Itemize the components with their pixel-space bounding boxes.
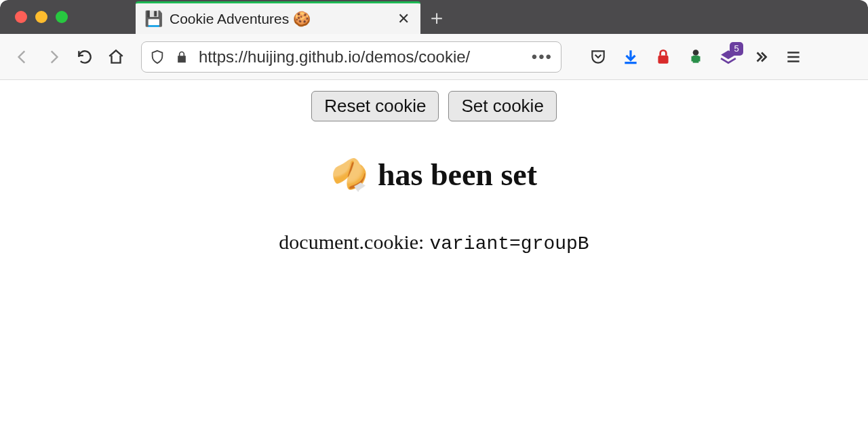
home-button[interactable] bbox=[106, 47, 126, 67]
browser-tab[interactable]: 💾 Cookie Adventures 🍪 ✕ bbox=[136, 1, 420, 34]
page-content: Reset cookie Set cookie 🥠 has been set d… bbox=[0, 80, 868, 428]
tab-favicon-icon: 💾 bbox=[145, 11, 161, 27]
window-maximize-button[interactable] bbox=[56, 11, 68, 23]
downloads-icon[interactable] bbox=[621, 47, 640, 66]
browser-toolbar: https://huijing.github.io/demos/cookie/ … bbox=[0, 34, 868, 80]
svg-rect-4 bbox=[698, 56, 700, 61]
set-cookie-button[interactable]: Set cookie bbox=[448, 91, 556, 121]
cookie-value: variant=groupB bbox=[429, 233, 589, 254]
page-actions-icon[interactable]: ••• bbox=[532, 47, 553, 66]
tracking-shield-icon[interactable] bbox=[150, 50, 165, 64]
window-minimize-button[interactable] bbox=[35, 11, 47, 23]
url-text: https://huijing.github.io/demos/cookie/ bbox=[199, 47, 522, 66]
heading-text: has been set bbox=[378, 157, 537, 193]
tab-title: Cookie Adventures 🍪 bbox=[170, 11, 388, 27]
tab-close-icon[interactable]: ✕ bbox=[396, 10, 411, 28]
window-close-button[interactable] bbox=[15, 11, 27, 23]
svg-rect-3 bbox=[692, 56, 694, 61]
forward-button[interactable] bbox=[43, 47, 64, 67]
back-button[interactable] bbox=[12, 47, 33, 67]
avatar-icon[interactable] bbox=[686, 47, 705, 66]
svg-rect-0 bbox=[658, 55, 668, 63]
cookie-display: document.cookie: variant=groupB bbox=[279, 231, 589, 254]
svg-rect-2 bbox=[693, 55, 699, 62]
layers-extension-icon[interactable]: 5 bbox=[719, 47, 738, 66]
extension-badge: 5 bbox=[730, 42, 743, 56]
reload-button[interactable] bbox=[75, 47, 95, 67]
security-lock-icon[interactable] bbox=[654, 47, 673, 66]
cookie-label: document.cookie: bbox=[279, 231, 424, 254]
new-tab-button[interactable]: ＋ bbox=[420, 1, 453, 34]
reset-cookie-button[interactable]: Reset cookie bbox=[311, 91, 439, 121]
hamburger-menu-icon[interactable] bbox=[784, 47, 803, 66]
svg-point-1 bbox=[693, 50, 699, 56]
address-bar[interactable]: https://huijing.github.io/demos/cookie/ … bbox=[141, 41, 561, 73]
lock-icon[interactable] bbox=[174, 50, 189, 64]
page-heading: 🥠 has been set bbox=[331, 157, 537, 193]
pocket-icon[interactable] bbox=[589, 47, 608, 66]
overflow-icon[interactable] bbox=[751, 47, 770, 66]
window-titlebar: 💾 Cookie Adventures 🍪 ✕ ＋ bbox=[0, 0, 868, 34]
fortune-cookie-icon: 🥠 bbox=[331, 157, 368, 193]
